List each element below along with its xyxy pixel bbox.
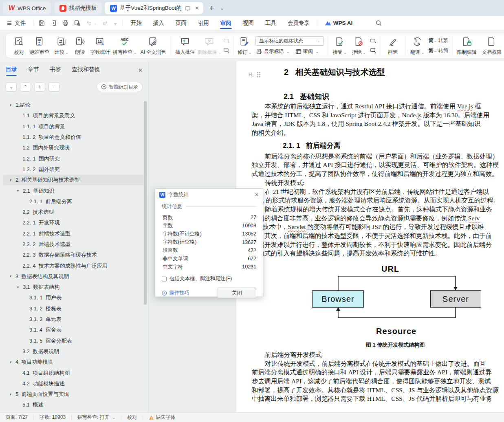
to-simplified-button[interactable]: 繁→ 转简 <box>429 47 448 54</box>
sidebar-tab-书签[interactable]: 书签 <box>50 66 61 75</box>
show-markup-button[interactable]: 显示标记⌄ <box>256 48 290 55</box>
collapse-all-button[interactable]: ⌃ <box>20 82 31 92</box>
close-tab-icon[interactable]: ✕ <box>194 5 200 11</box>
wps-ai-menu[interactable]: WPS AI <box>321 20 357 26</box>
markup-state-dropdown[interactable]: 显示标记的最终状态 ⌄ <box>255 36 324 46</box>
word-count-button[interactable]: 12 字数统计 <box>88 33 112 58</box>
review-mode-button[interactable]: 审阅⌄ <box>295 48 319 55</box>
toc-item[interactable]: 4.1 项目组织结构图 <box>3 367 144 378</box>
toc-item[interactable]: 1.2. 2 国外研究 <box>3 164 144 175</box>
toc-item[interactable]: 2.1. 1 前后端分离 <box>3 196 144 207</box>
toolbar-more-chevron-icon[interactable]: ⌄ <box>111 20 120 26</box>
translate-button[interactable]: 文A 翻译⌄ <box>407 33 427 58</box>
undo-button[interactable]: ⌄ <box>83 20 99 26</box>
menu-引用[interactable]: 引用 <box>192 16 215 30</box>
share-screen-icon[interactable] <box>185 5 191 11</box>
menu-页面[interactable]: 页面 <box>170 16 192 30</box>
toc-item[interactable]: 4.2 功能模块描述 <box>3 378 144 389</box>
toc-item[interactable]: 3.1. 3 单元表 <box>3 314 144 325</box>
next-change-icon[interactable] <box>370 47 376 54</box>
track-changes-button[interactable]: 修订⌄ <box>235 33 254 58</box>
tab-list-chevron-icon[interactable]: ⌄ <box>220 6 224 11</box>
smart-toc-button[interactable]: 智能识别目录 <box>97 82 143 92</box>
toc-item[interactable]: ▼2 相关基础知识与技术选型 <box>3 175 144 185</box>
toc-collapse-icon[interactable]: ▼ <box>9 178 15 182</box>
toc-item[interactable]: 3.1. 2 楼栋表 <box>3 303 144 314</box>
toc-item[interactable]: 2.2. 1 开发环境 <box>3 218 144 228</box>
to-traditional-button[interactable]: 简→ 转繁 <box>429 37 448 44</box>
expand-all-button[interactable]: ⌄ <box>6 82 17 92</box>
menu-插入[interactable]: 插入 <box>147 16 170 30</box>
proofread-button[interactable]: 校对 <box>11 33 28 58</box>
template-tab[interactable]: 找稻壳模板 <box>54 2 102 14</box>
pen-button[interactable]: 画笔 <box>382 33 403 58</box>
sidebar-tab-章节[interactable]: 章节 <box>28 66 39 75</box>
menu-视图[interactable]: 视图 <box>237 16 260 30</box>
toc-item[interactable]: 1.2. 1 国内研究 <box>3 153 144 164</box>
toc-collapse-icon[interactable]: ▼ <box>9 275 15 278</box>
toc-item[interactable]: 3.1. 5 宿舍分配表 <box>3 336 144 346</box>
toc-item[interactable]: 1.1 项目的背景及意义 <box>3 110 144 121</box>
save-button[interactable] <box>36 20 48 26</box>
document-page[interactable]: 2 相关基础知识与技术选型2.1 基础知识本系统的前后端独立运行，通过 Rest… <box>236 61 504 412</box>
toc-item[interactable]: 2.2 技术选型 <box>3 207 144 218</box>
close-dialog-icon[interactable]: ✕ <box>255 192 259 198</box>
accept-button[interactable]: 接受⌄ <box>330 33 349 58</box>
toc-item[interactable]: 1.1. 1 项目的背景 <box>3 121 144 132</box>
menu-工具[interactable]: 工具 <box>260 16 282 30</box>
sidebar-tab-查找和替换[interactable]: 查找和替换 <box>72 66 100 75</box>
toc-item[interactable]: 2.2. 3 数据存储策略和缓存技术 <box>3 250 144 260</box>
print-button[interactable] <box>59 20 71 26</box>
delete-comment-button[interactable]: 删除批注⌄ <box>197 33 222 58</box>
doc-permission-button[interactable]: 文档权限 <box>480 33 504 58</box>
toc-item[interactable]: ▼3 数据表结构及其说明 <box>3 271 144 282</box>
toc-item[interactable]: 1.1. 2 项目的意义和价值 <box>3 132 144 143</box>
toc-item[interactable]: ▼5.2 设置与实现 <box>3 411 144 412</box>
ai-polish-button[interactable]: AI 全文润色 <box>138 33 169 58</box>
toc-item[interactable]: ▼5 前端页面设置与实现 <box>3 389 144 400</box>
insert-comment-button[interactable]: 插入批注 <box>173 33 197 58</box>
toc-item[interactable]: 3.1. 4 宿舍表 <box>3 325 144 335</box>
toc-item[interactable]: 3.1. 1 用户表 <box>3 292 144 303</box>
word-count-indicator[interactable]: 字数: 10903 <box>40 414 66 421</box>
toc-item[interactable]: 2.2. 2 后端技术选型 <box>3 239 144 250</box>
proofread-status[interactable]: 校对 <box>127 414 137 421</box>
search-icon[interactable] <box>373 20 385 26</box>
page-indicator[interactable]: 页面: 7/27 <box>6 414 28 421</box>
export-button[interactable] <box>48 20 59 26</box>
toc-item[interactable]: 3.2 数据表说明 <box>3 346 144 357</box>
zoom-out-toc-button[interactable]: − <box>48 82 59 92</box>
close-sidebar-icon[interactable]: ✕ <box>138 67 143 75</box>
toc-item[interactable]: 2.2. 4 技术方案的成熟性与广泛应用 <box>3 260 144 271</box>
print-preview-button[interactable] <box>71 20 83 26</box>
toc-item[interactable]: 2.2. 1 前端技术选型 <box>3 229 144 239</box>
sidebar-scrollbar[interactable] <box>144 101 147 305</box>
previous-change-icon[interactable] <box>370 37 376 44</box>
menu-开始[interactable]: 开始 <box>125 16 147 30</box>
missing-font-warning[interactable]: ! 缺失字体 <box>149 414 175 421</box>
previous-comment-icon[interactable] <box>223 37 230 44</box>
toc-item[interactable]: 5.1 概述 <box>3 400 144 410</box>
toc-item[interactable]: ▼4 项目功能模块 <box>3 357 144 367</box>
menu-审阅[interactable]: 审阅 <box>215 16 237 30</box>
toc-collapse-icon[interactable]: ▼ <box>9 393 15 396</box>
home-tab[interactable]: W WPS Office <box>3 2 51 14</box>
toc-collapse-icon[interactable]: ▼ <box>9 360 15 364</box>
tips-link[interactable]: 操作技巧 <box>162 290 189 297</box>
toc-item[interactable]: ▼1.绪论 <box>3 100 144 110</box>
sidebar-tab-目录[interactable]: 目录 <box>6 66 17 75</box>
heading-handle[interactable]: H₁ <box>249 72 258 77</box>
menu-会员专享[interactable]: 会员专享 <box>282 16 315 30</box>
toc-item[interactable]: 1.2 国内外研究现状 <box>3 143 144 153</box>
group-launcher-icon[interactable]: ↘ <box>465 53 469 57</box>
spell-check-button[interactable]: ABC 拼写检查⌄ <box>112 33 138 58</box>
toc-collapse-icon[interactable]: ▼ <box>16 189 23 193</box>
new-tab-button[interactable]: + <box>206 4 217 13</box>
toc-collapse-icon[interactable]: ▼ <box>9 103 15 107</box>
read-aloud-button[interactable]: 朗读 <box>71 33 88 58</box>
toc-item[interactable]: ▼3.1 数据表结构 <box>3 282 144 292</box>
reject-button[interactable]: 拒绝⌄ <box>349 33 368 58</box>
redo-button[interactable] <box>99 20 111 26</box>
toc-item[interactable]: ▼2.1 基础知识 <box>3 185 144 196</box>
document-tab[interactable]: W 基于Vue2和SpringBoot的学生 ✕ <box>105 2 203 14</box>
